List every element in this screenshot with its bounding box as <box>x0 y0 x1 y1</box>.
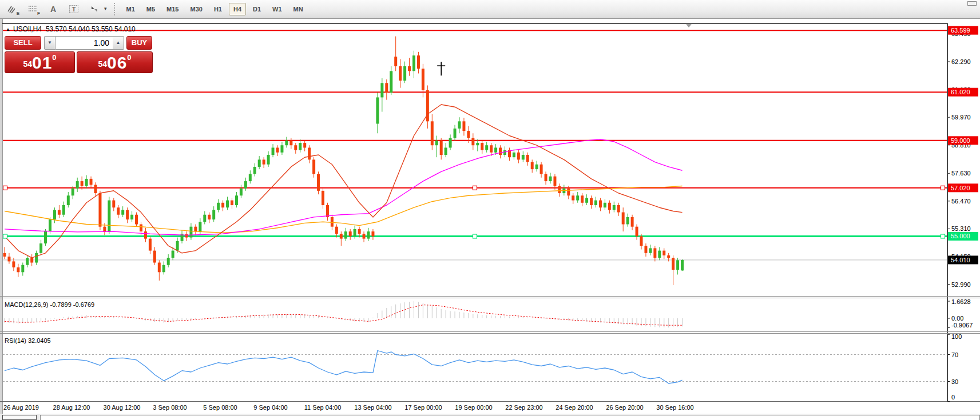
candle-body <box>199 222 201 231</box>
timeframe-button-w1[interactable]: W1 <box>268 3 287 15</box>
candle-body <box>103 227 106 231</box>
candle-body <box>403 66 406 81</box>
candle-body <box>85 179 88 186</box>
buy-button[interactable]: BUY <box>126 36 152 50</box>
candle-body <box>658 251 661 258</box>
candle-body <box>545 174 547 182</box>
candle-body <box>335 227 338 234</box>
chevron-down-icon[interactable]: ▾ <box>104 6 107 11</box>
candle-body <box>258 159 261 167</box>
timeframe-button-d1[interactable]: D1 <box>248 3 265 15</box>
candle-body <box>303 143 306 147</box>
macd-axis-label: -0.9067 <box>951 322 973 329</box>
grid-pattern-icon[interactable]: F <box>24 2 41 16</box>
candle-body <box>98 193 101 227</box>
time-axis-label: 5 Sep 08:00 <box>203 404 237 411</box>
volume-decrease-button[interactable]: ▼ <box>44 36 55 50</box>
candle-body <box>604 203 606 207</box>
candle-body <box>467 131 470 138</box>
hline-handle[interactable] <box>941 234 945 238</box>
hline-handle[interactable] <box>941 186 945 190</box>
timeframe-button-h1[interactable]: H1 <box>209 3 227 15</box>
candle-body <box>322 191 324 205</box>
price-tick-label: 62.290 <box>951 58 971 65</box>
candle-body <box>90 179 93 185</box>
timeframe-button-m1[interactable]: M1 <box>122 3 140 15</box>
candle-body <box>7 257 10 261</box>
candle-body <box>317 174 320 191</box>
candle-body <box>653 248 656 258</box>
candle-body <box>280 145 283 153</box>
price-tick-label: 59.970 <box>951 114 971 121</box>
candle-body <box>35 253 38 263</box>
text-label-icon[interactable]: A <box>45 2 62 16</box>
window-corner-box <box>967 1 977 6</box>
one-click-trading-panel: SELL ▼ ▲ BUY 54010 54060 <box>5 36 153 73</box>
timeframe-button-mn[interactable]: MN <box>289 3 308 15</box>
buy-price-display[interactable]: 54060 <box>77 51 153 73</box>
time-axis-label: 30 Aug 12:00 <box>104 404 141 411</box>
candle-body <box>185 234 188 237</box>
volume-input[interactable] <box>55 36 113 50</box>
time-axis-label: 17 Sep 00:00 <box>404 404 442 411</box>
candle-body <box>367 231 370 239</box>
volume-increase-button[interactable]: ▲ <box>113 36 124 50</box>
toolbar-object-icons: EFAT <box>3 2 106 16</box>
candle-body <box>567 189 570 196</box>
candle-body <box>626 217 629 225</box>
time-axis-label: 26 Sep 20:00 <box>606 404 643 411</box>
minimized-window-tab[interactable] <box>2 415 37 420</box>
timeframe-button-h4[interactable]: H4 <box>229 3 246 15</box>
hline-handle[interactable] <box>3 186 7 190</box>
time-axis-label: 24 Sep 20:00 <box>556 404 593 411</box>
candle-body <box>126 210 129 219</box>
candle-body <box>681 260 684 270</box>
indicators-draw-icon[interactable]: E <box>3 2 21 16</box>
sell-price-display[interactable]: 54010 <box>5 51 75 73</box>
candle-body <box>454 129 457 138</box>
chart-symbol-label: USOil,H4 <box>13 25 42 33</box>
toolbar-grip[interactable] <box>114 3 115 15</box>
candle-body <box>385 83 388 93</box>
candle-body <box>672 258 675 270</box>
candle-body <box>526 155 529 162</box>
candle-body <box>299 143 301 150</box>
timeframe-button-m30[interactable]: M30 <box>186 3 207 15</box>
lower-window-titlebar-edge[interactable] <box>40 415 980 420</box>
timeframe-button-m15[interactable]: M15 <box>162 3 183 15</box>
candle-body <box>408 66 411 71</box>
candle-body <box>599 201 602 208</box>
candle-body <box>644 246 647 253</box>
price-badge-label: 57.020 <box>951 185 970 191</box>
candle-body <box>617 205 620 213</box>
price-badge-label: 59.000 <box>951 137 970 144</box>
candle-body <box>535 165 538 169</box>
hline-handle[interactable] <box>473 186 477 190</box>
candle-body <box>594 201 597 205</box>
time-axis-label: 30 Sep 16:00 <box>656 404 693 411</box>
candle-body <box>412 55 415 71</box>
sell-button[interactable]: SELL <box>5 36 41 50</box>
candle-body <box>471 138 474 146</box>
collapse-triangle-icon[interactable]: ▲ <box>6 27 10 32</box>
price-badge-label: 61.020 <box>951 89 970 95</box>
candle-body <box>676 260 679 270</box>
candle-body <box>176 241 179 251</box>
hline-handle[interactable] <box>3 234 7 238</box>
candle-body <box>522 155 525 159</box>
candle-body <box>462 121 465 131</box>
candle-body <box>194 227 197 231</box>
time-axis-label: 3 Sep 08:00 <box>153 404 187 411</box>
candle-body <box>494 147 497 152</box>
candle-body <box>112 201 115 208</box>
text-box-icon[interactable]: T <box>65 2 82 16</box>
arrows-objects-icon[interactable] <box>86 2 103 16</box>
candle-body <box>217 203 220 210</box>
timeframe-button-m5[interactable]: M5 <box>142 3 160 15</box>
candle-body <box>158 263 161 273</box>
candle-body <box>440 141 443 155</box>
candle-body <box>21 265 24 273</box>
candle-body <box>189 227 192 238</box>
candle-body <box>326 205 329 217</box>
hline-handle[interactable] <box>473 234 477 238</box>
